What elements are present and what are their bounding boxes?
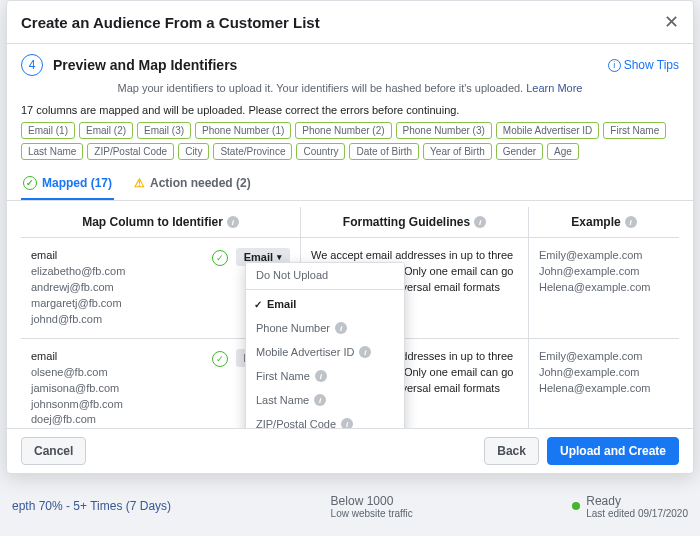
col-map-header: Map Column to Identifieri: [21, 207, 301, 237]
check-icon: ✓: [23, 176, 37, 190]
back-button[interactable]: Back: [484, 437, 539, 465]
warning-icon: ⚠: [134, 176, 145, 190]
chip[interactable]: Email (3): [137, 122, 191, 139]
chip[interactable]: Last Name: [21, 143, 83, 160]
chip[interactable]: Email (1): [21, 122, 75, 139]
chip[interactable]: Email (2): [79, 122, 133, 139]
info-icon: i: [608, 59, 621, 72]
dd-item[interactable]: Last Name i: [246, 388, 404, 412]
close-icon[interactable]: ✕: [664, 11, 679, 33]
dd-item[interactable]: ZIP/Postal Code i: [246, 412, 404, 428]
status-dot-icon: [572, 502, 580, 510]
chip[interactable]: State/Province: [213, 143, 292, 160]
example-values: Emily@example.comJohn@example.comHelena@…: [529, 238, 679, 338]
bg-audience-link[interactable]: epth 70% - 5+ Times (7 Days): [12, 499, 171, 513]
bg-size: Below 1000 Low website traffic: [331, 494, 413, 519]
upload-create-button[interactable]: Upload and Create: [547, 437, 679, 465]
modal: Create an Audience From a Customer List …: [6, 0, 694, 474]
info-icon: i: [314, 394, 326, 406]
warning-text: 17 columns are mapped and will be upload…: [7, 102, 693, 122]
step-number: 4: [21, 54, 43, 76]
sample-values: emailolsene@fb.comjamisona@fb.comjohnson…: [31, 349, 204, 428]
info-icon: i: [315, 370, 327, 382]
mapping-rows: emailelizabetho@fb.comandrewj@fb.commarg…: [21, 238, 679, 428]
chip[interactable]: Gender: [496, 143, 543, 160]
chip[interactable]: Mobile Advertiser ID: [496, 122, 599, 139]
dd-item[interactable]: Phone Number i: [246, 316, 404, 340]
chip[interactable]: ZIP/Postal Code: [87, 143, 174, 160]
modal-title: Create an Audience From a Customer List: [21, 14, 320, 31]
tab-action-needed[interactable]: ⚠ Action needed (2): [132, 168, 253, 200]
example-values: Emily@example.comJohn@example.comHelena@…: [529, 339, 679, 428]
check-icon: ✓: [212, 351, 228, 367]
bg-status: Ready Last edited 09/17/2020: [572, 494, 688, 519]
col-example-header: Examplei: [529, 207, 679, 237]
info-icon: i: [341, 418, 353, 428]
chip[interactable]: Phone Number (2): [295, 122, 391, 139]
sample-values: emailelizabetho@fb.comandrewj@fb.commarg…: [31, 248, 204, 328]
info-icon[interactable]: i: [227, 216, 239, 228]
cancel-button[interactable]: Cancel: [21, 437, 86, 465]
show-tips-link[interactable]: i Show Tips: [608, 58, 679, 72]
help-text: Map your identifiers to upload it. Your …: [7, 80, 693, 102]
tab-mapped[interactable]: ✓ Mapped (17): [21, 168, 114, 200]
chip[interactable]: Date of Birth: [349, 143, 419, 160]
info-icon[interactable]: i: [474, 216, 486, 228]
chip[interactable]: Phone Number (1): [195, 122, 291, 139]
info-icon: i: [359, 346, 371, 358]
dd-do-not-upload[interactable]: Do Not Upload: [246, 263, 404, 287]
identifier-chips: Email (1)Email (2)Email (3)Phone Number …: [7, 122, 693, 168]
chip[interactable]: City: [178, 143, 209, 160]
chip[interactable]: First Name: [603, 122, 666, 139]
info-icon[interactable]: i: [625, 216, 637, 228]
chip[interactable]: Country: [296, 143, 345, 160]
dd-item[interactable]: Mobile Advertiser ID i: [246, 340, 404, 364]
chip[interactable]: Age: [547, 143, 579, 160]
learn-more-link[interactable]: Learn More: [526, 82, 582, 94]
identifier-dropdown[interactable]: Do Not UploadEmailPhone Number iMobile A…: [245, 262, 405, 428]
step-title: Preview and Map Identifiers: [53, 57, 237, 73]
chip[interactable]: Year of Birth: [423, 143, 492, 160]
info-icon: i: [335, 322, 347, 334]
dd-item[interactable]: First Name i: [246, 364, 404, 388]
check-icon: ✓: [212, 250, 228, 266]
col-format-header: Formatting Guidelinesi: [301, 207, 529, 237]
dd-item[interactable]: Email: [246, 292, 404, 316]
chip[interactable]: Phone Number (3): [396, 122, 492, 139]
